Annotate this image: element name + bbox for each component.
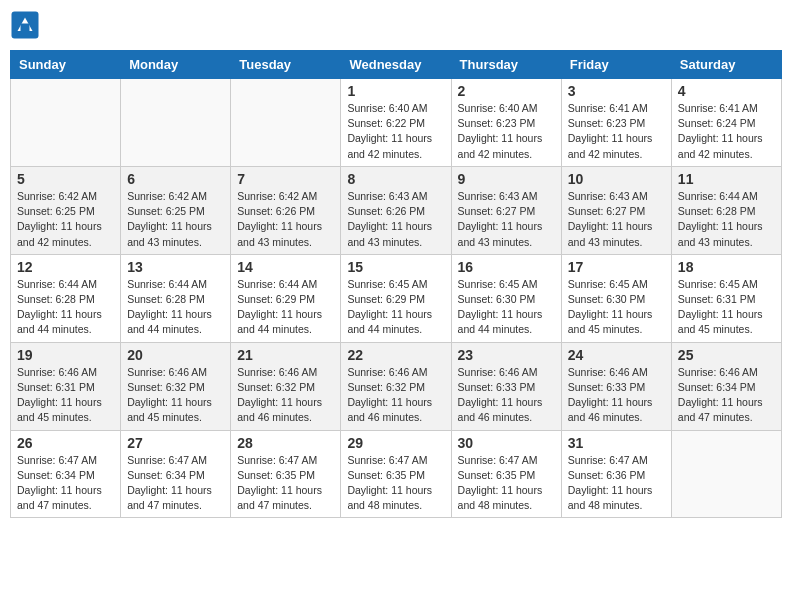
- calendar-cell: 14Sunrise: 6:44 AMSunset: 6:29 PMDayligh…: [231, 254, 341, 342]
- weekday-header-saturday: Saturday: [671, 51, 781, 79]
- calendar-cell: 24Sunrise: 6:46 AMSunset: 6:33 PMDayligh…: [561, 342, 671, 430]
- day-number: 6: [127, 171, 224, 187]
- day-number: 29: [347, 435, 444, 451]
- day-number: 19: [17, 347, 114, 363]
- day-info: Sunrise: 6:47 AMSunset: 6:35 PMDaylight:…: [458, 453, 555, 514]
- logo: [10, 10, 44, 40]
- day-info: Sunrise: 6:44 AMSunset: 6:28 PMDaylight:…: [678, 189, 775, 250]
- day-number: 12: [17, 259, 114, 275]
- calendar-cell: 3Sunrise: 6:41 AMSunset: 6:23 PMDaylight…: [561, 79, 671, 167]
- svg-rect-2: [21, 24, 30, 32]
- weekday-header-monday: Monday: [121, 51, 231, 79]
- day-number: 16: [458, 259, 555, 275]
- logo-icon: [10, 10, 40, 40]
- calendar-cell: 29Sunrise: 6:47 AMSunset: 6:35 PMDayligh…: [341, 430, 451, 518]
- calendar-cell: 6Sunrise: 6:42 AMSunset: 6:25 PMDaylight…: [121, 166, 231, 254]
- day-info: Sunrise: 6:42 AMSunset: 6:26 PMDaylight:…: [237, 189, 334, 250]
- day-info: Sunrise: 6:47 AMSunset: 6:36 PMDaylight:…: [568, 453, 665, 514]
- day-info: Sunrise: 6:45 AMSunset: 6:29 PMDaylight:…: [347, 277, 444, 338]
- calendar-cell: 4Sunrise: 6:41 AMSunset: 6:24 PMDaylight…: [671, 79, 781, 167]
- day-number: 22: [347, 347, 444, 363]
- day-info: Sunrise: 6:46 AMSunset: 6:32 PMDaylight:…: [237, 365, 334, 426]
- day-number: 14: [237, 259, 334, 275]
- calendar-cell: 16Sunrise: 6:45 AMSunset: 6:30 PMDayligh…: [451, 254, 561, 342]
- day-info: Sunrise: 6:46 AMSunset: 6:33 PMDaylight:…: [568, 365, 665, 426]
- calendar-cell: 10Sunrise: 6:43 AMSunset: 6:27 PMDayligh…: [561, 166, 671, 254]
- day-info: Sunrise: 6:45 AMSunset: 6:30 PMDaylight:…: [458, 277, 555, 338]
- day-number: 17: [568, 259, 665, 275]
- calendar-cell: 12Sunrise: 6:44 AMSunset: 6:28 PMDayligh…: [11, 254, 121, 342]
- calendar-cell: 26Sunrise: 6:47 AMSunset: 6:34 PMDayligh…: [11, 430, 121, 518]
- weekday-header-wednesday: Wednesday: [341, 51, 451, 79]
- day-number: 7: [237, 171, 334, 187]
- day-number: 3: [568, 83, 665, 99]
- weekday-header-sunday: Sunday: [11, 51, 121, 79]
- day-number: 11: [678, 171, 775, 187]
- day-number: 21: [237, 347, 334, 363]
- day-info: Sunrise: 6:46 AMSunset: 6:32 PMDaylight:…: [127, 365, 224, 426]
- calendar-cell: 9Sunrise: 6:43 AMSunset: 6:27 PMDaylight…: [451, 166, 561, 254]
- day-number: 30: [458, 435, 555, 451]
- day-number: 23: [458, 347, 555, 363]
- day-info: Sunrise: 6:47 AMSunset: 6:34 PMDaylight:…: [127, 453, 224, 514]
- day-number: 8: [347, 171, 444, 187]
- calendar-cell: 13Sunrise: 6:44 AMSunset: 6:28 PMDayligh…: [121, 254, 231, 342]
- weekday-header-row: SundayMondayTuesdayWednesdayThursdayFrid…: [11, 51, 782, 79]
- day-info: Sunrise: 6:45 AMSunset: 6:30 PMDaylight:…: [568, 277, 665, 338]
- day-info: Sunrise: 6:47 AMSunset: 6:35 PMDaylight:…: [237, 453, 334, 514]
- day-number: 5: [17, 171, 114, 187]
- day-number: 15: [347, 259, 444, 275]
- day-number: 2: [458, 83, 555, 99]
- day-number: 25: [678, 347, 775, 363]
- day-number: 26: [17, 435, 114, 451]
- calendar-cell: [671, 430, 781, 518]
- day-info: Sunrise: 6:47 AMSunset: 6:35 PMDaylight:…: [347, 453, 444, 514]
- day-info: Sunrise: 6:44 AMSunset: 6:28 PMDaylight:…: [17, 277, 114, 338]
- day-info: Sunrise: 6:45 AMSunset: 6:31 PMDaylight:…: [678, 277, 775, 338]
- day-info: Sunrise: 6:44 AMSunset: 6:28 PMDaylight:…: [127, 277, 224, 338]
- weekday-header-tuesday: Tuesday: [231, 51, 341, 79]
- day-info: Sunrise: 6:46 AMSunset: 6:32 PMDaylight:…: [347, 365, 444, 426]
- day-number: 24: [568, 347, 665, 363]
- weekday-header-friday: Friday: [561, 51, 671, 79]
- calendar-cell: 7Sunrise: 6:42 AMSunset: 6:26 PMDaylight…: [231, 166, 341, 254]
- calendar-cell: 17Sunrise: 6:45 AMSunset: 6:30 PMDayligh…: [561, 254, 671, 342]
- calendar-cell: 28Sunrise: 6:47 AMSunset: 6:35 PMDayligh…: [231, 430, 341, 518]
- day-number: 20: [127, 347, 224, 363]
- calendar-cell: [231, 79, 341, 167]
- page-header: [10, 10, 782, 40]
- calendar-cell: 18Sunrise: 6:45 AMSunset: 6:31 PMDayligh…: [671, 254, 781, 342]
- day-info: Sunrise: 6:43 AMSunset: 6:27 PMDaylight:…: [458, 189, 555, 250]
- calendar-cell: [121, 79, 231, 167]
- day-info: Sunrise: 6:44 AMSunset: 6:29 PMDaylight:…: [237, 277, 334, 338]
- week-row-5: 26Sunrise: 6:47 AMSunset: 6:34 PMDayligh…: [11, 430, 782, 518]
- day-number: 9: [458, 171, 555, 187]
- day-info: Sunrise: 6:46 AMSunset: 6:31 PMDaylight:…: [17, 365, 114, 426]
- calendar-cell: 23Sunrise: 6:46 AMSunset: 6:33 PMDayligh…: [451, 342, 561, 430]
- day-info: Sunrise: 6:40 AMSunset: 6:23 PMDaylight:…: [458, 101, 555, 162]
- day-number: 31: [568, 435, 665, 451]
- day-info: Sunrise: 6:43 AMSunset: 6:27 PMDaylight:…: [568, 189, 665, 250]
- day-info: Sunrise: 6:41 AMSunset: 6:24 PMDaylight:…: [678, 101, 775, 162]
- day-number: 4: [678, 83, 775, 99]
- calendar-cell: 19Sunrise: 6:46 AMSunset: 6:31 PMDayligh…: [11, 342, 121, 430]
- day-number: 28: [237, 435, 334, 451]
- day-number: 27: [127, 435, 224, 451]
- calendar-cell: 15Sunrise: 6:45 AMSunset: 6:29 PMDayligh…: [341, 254, 451, 342]
- calendar-cell: 27Sunrise: 6:47 AMSunset: 6:34 PMDayligh…: [121, 430, 231, 518]
- calendar-cell: [11, 79, 121, 167]
- calendar-cell: 21Sunrise: 6:46 AMSunset: 6:32 PMDayligh…: [231, 342, 341, 430]
- day-number: 10: [568, 171, 665, 187]
- calendar-cell: 20Sunrise: 6:46 AMSunset: 6:32 PMDayligh…: [121, 342, 231, 430]
- week-row-2: 5Sunrise: 6:42 AMSunset: 6:25 PMDaylight…: [11, 166, 782, 254]
- calendar-cell: 22Sunrise: 6:46 AMSunset: 6:32 PMDayligh…: [341, 342, 451, 430]
- day-info: Sunrise: 6:42 AMSunset: 6:25 PMDaylight:…: [17, 189, 114, 250]
- day-number: 1: [347, 83, 444, 99]
- day-info: Sunrise: 6:43 AMSunset: 6:26 PMDaylight:…: [347, 189, 444, 250]
- day-info: Sunrise: 6:41 AMSunset: 6:23 PMDaylight:…: [568, 101, 665, 162]
- week-row-1: 1Sunrise: 6:40 AMSunset: 6:22 PMDaylight…: [11, 79, 782, 167]
- weekday-header-thursday: Thursday: [451, 51, 561, 79]
- day-info: Sunrise: 6:46 AMSunset: 6:34 PMDaylight:…: [678, 365, 775, 426]
- week-row-4: 19Sunrise: 6:46 AMSunset: 6:31 PMDayligh…: [11, 342, 782, 430]
- calendar-cell: 30Sunrise: 6:47 AMSunset: 6:35 PMDayligh…: [451, 430, 561, 518]
